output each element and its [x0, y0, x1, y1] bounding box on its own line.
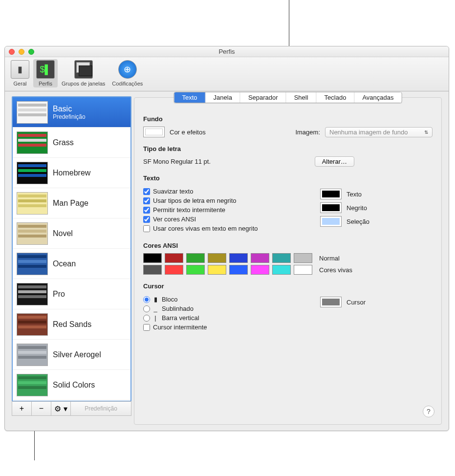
check-negrito[interactable]: Usar tipos de letra em negrito — [143, 197, 305, 204]
ansi-label: Cores vivas — [319, 266, 352, 274]
profile-name: Silver Aerogel — [53, 350, 101, 359]
negrito-color-label: Negrito — [347, 204, 367, 212]
remove-profile-button[interactable]: − — [32, 402, 51, 415]
ansi-color-well[interactable] — [143, 265, 162, 275]
zoom-button[interactable] — [28, 49, 34, 55]
add-profile-button[interactable]: + — [12, 402, 32, 415]
radio-bloco[interactable]: ▮Bloco — [143, 296, 305, 303]
bar-cursor-icon: | — [153, 314, 158, 322]
check-intermitente[interactable]: Permitir texto intermitente — [143, 206, 305, 214]
toolbar-item-grupos[interactable]: Grupos de janelas — [59, 59, 108, 87]
close-button[interactable] — [9, 49, 15, 55]
minimize-button[interactable] — [19, 49, 24, 55]
profile-item-grass[interactable]: Grass — [13, 128, 130, 158]
ansi-color-well[interactable] — [165, 265, 183, 275]
traffic-lights — [9, 49, 34, 55]
heading-cursor: Cursor — [143, 282, 433, 290]
chevron-updown-icon: ⇅ — [424, 130, 428, 135]
profile-thumbnail — [17, 192, 48, 215]
profile-item-novel[interactable]: Novel — [13, 218, 130, 249]
profile-name: Solid Colors — [53, 381, 95, 389]
profile-name: Novel — [53, 229, 73, 238]
ansi-color-well[interactable] — [251, 253, 269, 263]
ansi-color-well[interactable] — [272, 253, 291, 263]
underline-cursor-icon: _ — [153, 305, 158, 312]
profile-item-solid-colors[interactable]: Solid Colors — [13, 370, 130, 400]
tab-separador[interactable]: Separador — [240, 92, 286, 103]
background-color-well[interactable] — [143, 127, 165, 137]
profile-item-silver-aerogel[interactable]: Silver Aerogel — [13, 340, 130, 370]
selection-color-well[interactable] — [320, 216, 342, 227]
ansi-color-well[interactable] — [186, 265, 205, 275]
ansi-color-well[interactable] — [229, 253, 248, 263]
profile-name: Man Page — [53, 199, 88, 208]
profile-name: Pro — [53, 290, 65, 299]
toolbar-item-codificacoes[interactable]: ⊕ Codificações — [109, 59, 146, 87]
radio-barra[interactable]: |Barra vertical — [143, 314, 305, 322]
heading-ansi: Cores ANSI — [143, 242, 433, 249]
text-color-well[interactable] — [320, 189, 342, 199]
check-vivas-negrito[interactable]: Usar cores vivas em texto em negrito — [143, 225, 305, 232]
tab-shell[interactable]: Shell — [286, 92, 317, 103]
cursor-color-well[interactable] — [320, 297, 342, 307]
annotation-line-bottom — [34, 431, 35, 460]
check-suavizar[interactable]: Suavizar texto — [143, 188, 305, 195]
profile-item-ocean[interactable]: Ocean — [13, 249, 130, 279]
profile-item-pro[interactable]: Pro — [13, 279, 130, 309]
ansi-color-well[interactable] — [294, 253, 312, 263]
toolbar: ▮ Geral $▌ Perfis Grupos de janelas ⊕ Co… — [5, 57, 449, 91]
heading-fundo: Fundo — [143, 115, 433, 123]
profile-name: Grass — [53, 138, 74, 147]
profile-item-homebrew[interactable]: Homebrew — [13, 158, 130, 188]
globe-icon: ⊕ — [118, 60, 137, 79]
ansi-label: Normal — [319, 255, 340, 262]
help-button[interactable]: ? — [423, 406, 434, 417]
heading-texto: Texto — [143, 174, 433, 182]
profile-subtitle: Predefinição — [53, 113, 86, 120]
set-default-button[interactable]: Predefinição — [71, 402, 131, 415]
ansi-color-well[interactable] — [165, 253, 183, 263]
font-row: SF Mono Regular 11 pt. Alterar… — [143, 156, 433, 167]
check-cursor-intermitente[interactable]: Cursor intermitente — [143, 324, 305, 331]
ansi-color-well[interactable] — [229, 265, 248, 275]
profile-thumbnail — [17, 222, 48, 245]
content: TextoJanelaSeparadorShellTecladoAvançada… — [132, 91, 449, 431]
tab-avançadas[interactable]: Avançadas — [354, 92, 401, 103]
ansi-color-well[interactable] — [208, 265, 226, 275]
ansi-color-well[interactable] — [251, 265, 269, 275]
selecao-color-label: Seleção — [347, 218, 369, 225]
ansi-color-well[interactable] — [294, 265, 312, 275]
profile-item-basic[interactable]: BasicPredefinição — [13, 97, 130, 128]
profile-actions-menu[interactable]: ⚙︎ ▾ — [51, 402, 71, 415]
profile-name: Basic — [53, 105, 86, 113]
bold-color-well[interactable] — [320, 202, 342, 213]
terminal-icon: $▌ — [36, 60, 55, 79]
profile-item-red-sands[interactable]: Red Sands — [13, 309, 130, 340]
heading-tipo-letra: Tipo de letra — [143, 145, 433, 152]
background-image-popup[interactable]: Nenhuma imagem de fundo ⇅ — [325, 127, 433, 137]
ansi-color-well[interactable] — [272, 265, 291, 275]
profile-name: Red Sands — [53, 320, 91, 329]
profile-item-man-page[interactable]: Man Page — [13, 188, 130, 218]
tab-teclado[interactable]: Teclado — [317, 92, 355, 103]
toolbar-item-geral[interactable]: ▮ Geral — [8, 59, 32, 87]
body-area: BasicPredefiniçãoGrassHomebrewMan PageNo… — [5, 91, 449, 431]
texto-section: Suavizar texto Usar tipos de letra em ne… — [143, 186, 433, 234]
texto-color-label: Texto — [347, 191, 362, 198]
tab-janela[interactable]: Janela — [206, 92, 240, 103]
toolbar-item-perfis[interactable]: $▌ Perfis — [33, 59, 58, 87]
change-font-button[interactable]: Alterar… — [315, 156, 354, 167]
ansi-color-well[interactable] — [186, 253, 205, 263]
settings-panel: TextoJanelaSeparadorShellTecladoAvançada… — [134, 97, 442, 425]
ansi-color-well[interactable] — [208, 253, 226, 263]
radio-sublinhado[interactable]: _Sublinhado — [143, 305, 305, 312]
tabs: TextoJanelaSeparadorShellTecladoAvançada… — [174, 92, 402, 103]
tab-texto[interactable]: Texto — [174, 92, 206, 103]
sidebar: BasicPredefiniçãoGrassHomebrewMan PageNo… — [5, 91, 132, 431]
check-ansi[interactable]: Ver cores ANSI — [143, 216, 305, 223]
profile-list[interactable]: BasicPredefiniçãoGrassHomebrewMan PageNo… — [12, 96, 131, 402]
ansi-color-well[interactable] — [143, 253, 162, 263]
profile-thumbnail — [17, 101, 48, 124]
cor-efeitos-label: Cor e efeitos — [170, 129, 206, 136]
profile-thumbnail — [17, 283, 48, 305]
